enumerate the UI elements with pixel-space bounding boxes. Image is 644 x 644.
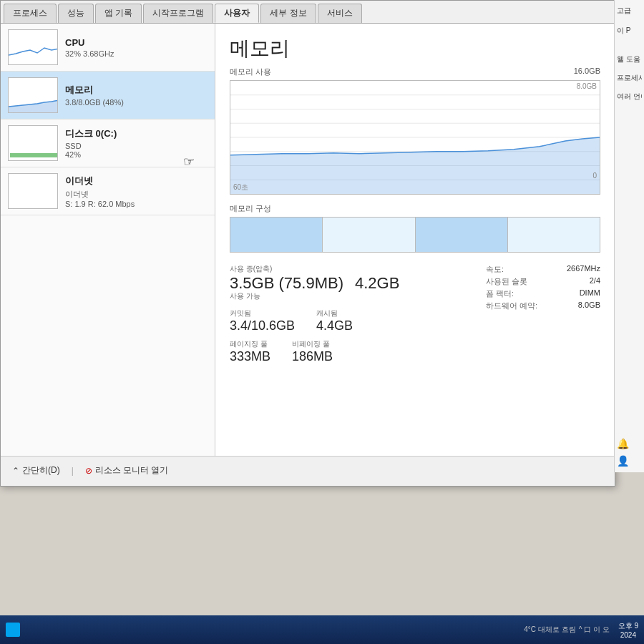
collapse-label: 간단히(D) bbox=[22, 464, 60, 477]
cpu-info: CPU 32% 3.68GHz bbox=[65, 37, 208, 58]
sidebar-item-ethernet[interactable]: 이더넷 이더넷 S: 1.9 R: 62.0 Mbps bbox=[1, 167, 215, 215]
memory-usage-svg bbox=[230, 81, 600, 194]
memory-title: 메모리 bbox=[65, 84, 208, 97]
ethernet-title: 이더넷 bbox=[65, 175, 208, 187]
ethernet-mini-chart bbox=[9, 174, 58, 209]
config-section-label: 메모리 구성 bbox=[230, 203, 600, 214]
committed-value: 3.4/10.6GB bbox=[230, 318, 295, 333]
tab-bar: 프로세스 성능 앱 기록 시작프로그램 사용자 세부 정보 서비스 bbox=[1, 1, 615, 24]
collapse-button[interactable]: ⌃ 간단히(D) bbox=[12, 464, 60, 477]
screen: 프로세스 성능 앱 기록 시작프로그램 사용자 세부 정보 서비스 bbox=[0, 0, 644, 644]
nonpaged-value: 186MB bbox=[292, 349, 333, 364]
committed-label: 커밋됨 bbox=[230, 308, 295, 318]
tab-services[interactable]: 서비스 bbox=[318, 4, 362, 23]
form-label: 폼 팩터: bbox=[486, 288, 514, 299]
memory-info: 메모리 3.8/8.0GB (48%) bbox=[65, 84, 208, 107]
disk-sub2: 42% bbox=[65, 150, 208, 159]
right-panel-item-4: 프로세서 bbox=[617, 73, 642, 83]
cpu-sub: 32% 3.68GHz bbox=[65, 49, 208, 58]
slots-value: 2/4 bbox=[590, 276, 600, 287]
in-use-stat: 사용 중(압축) 3.5GB (75.9MB) 4.2GB 사용 가능 bbox=[230, 264, 472, 301]
taskbar-right: 4°C 대체로 흐림 ^ 口 이 오 오후 9 2024 bbox=[524, 621, 638, 639]
max-value: 16.0GB bbox=[574, 67, 600, 77]
ethernet-sub1: 이더넷 bbox=[65, 189, 208, 200]
taskbar: 4°C 대체로 흐림 ^ 口 이 오 오후 9 2024 bbox=[0, 615, 644, 644]
speed-value: 2667MHz bbox=[567, 264, 600, 275]
sidebar-item-cpu[interactable]: CPU 32% 3.68GHz bbox=[1, 24, 215, 72]
right-panel-icons: 🔔 👤 bbox=[617, 424, 642, 467]
memory-config-section: 메모리 구성 bbox=[230, 203, 600, 253]
stop-icon: ⊘ bbox=[85, 466, 92, 476]
tab-process[interactable]: 프로세스 bbox=[4, 4, 57, 23]
in-use-value: 3.5GB (75.9MB) bbox=[230, 274, 343, 293]
disk-info: 디스크 0(C:) SSD 42% bbox=[65, 127, 208, 159]
ethernet-info: 이더넷 이더넷 S: 1.9 R: 62.0 Mbps bbox=[65, 175, 208, 208]
time-label: 60초 bbox=[233, 182, 248, 192]
mem-slot-4 bbox=[508, 218, 600, 252]
usage-label: 메모리 사용 bbox=[230, 67, 271, 77]
available-value: 4.2GB bbox=[355, 274, 399, 293]
taskbar-time: 오후 9 bbox=[618, 621, 638, 631]
speed-label: 속도: bbox=[486, 264, 504, 275]
cached-label: 캐시됨 bbox=[316, 308, 353, 318]
taskbar-date: 2024 bbox=[620, 631, 636, 639]
slots-label: 사용된 슬롯 bbox=[486, 276, 527, 287]
memory-mini-chart bbox=[9, 78, 58, 113]
tab-performance[interactable]: 성능 bbox=[58, 4, 94, 23]
mem-slot-2 bbox=[323, 218, 415, 252]
right-panel-item-2: 이 P bbox=[617, 26, 642, 36]
stats-right: 속도: 2667MHz 사용된 슬롯 2/4 폼 팩터: DIMM 하드웨어 bbox=[486, 264, 600, 364]
bottom-bar: ⌃ 간단히(D) | ⊘ 리소스 모니터 열기 bbox=[1, 456, 615, 484]
feedback-icon[interactable]: 👤 bbox=[617, 455, 642, 467]
main-content: CPU 32% 3.68GHz 메모 bbox=[1, 24, 615, 456]
committed-stat: 커밋됨 3.4/10.6GB 캐시됨 4.4GB bbox=[230, 308, 472, 333]
resource-monitor-label: 리소스 모니터 열기 bbox=[95, 464, 169, 477]
nonpaged-label: 비페이징 풀 bbox=[292, 339, 333, 349]
tab-startup[interactable]: 시작프로그램 bbox=[143, 4, 213, 23]
resource-monitor-button[interactable]: ⊘ 리소스 모니터 열기 bbox=[85, 464, 169, 477]
paged-stat: 페이지징 풀 333MB 비페이징 풀 186MB bbox=[230, 339, 472, 364]
usage-section-label: 메모리 사용 16.0GB bbox=[230, 67, 600, 77]
ethernet-thumbnail bbox=[8, 173, 58, 209]
config-label: 메모리 구성 bbox=[230, 203, 271, 214]
disk-thumbnail bbox=[8, 125, 58, 161]
mem-slot-3 bbox=[416, 218, 508, 252]
available-label: 사용 가능 bbox=[230, 291, 260, 301]
right-panel-item-3: 웰 도움 bbox=[617, 54, 642, 64]
memory-usage-graph: 8.0GB bbox=[230, 80, 600, 195]
right-panel-item-5: 여러 언어 bbox=[617, 92, 642, 102]
mem-slot-1 bbox=[230, 218, 323, 252]
stats-container: 사용 중(압축) 3.5GB (75.9MB) 4.2GB 사용 가능 bbox=[230, 264, 600, 364]
cached-value: 4.4GB bbox=[316, 318, 353, 333]
paged-block: 페이지징 풀 333MB bbox=[230, 339, 270, 364]
stats-left: 사용 중(압축) 3.5GB (75.9MB) 4.2GB 사용 가능 bbox=[230, 264, 472, 364]
sidebar: CPU 32% 3.68GHz 메모 bbox=[1, 24, 215, 456]
cpu-thumbnail bbox=[8, 29, 58, 65]
memory-detail-panel: 메모리 메모리 사용 16.0GB 8.0GB bbox=[215, 24, 615, 456]
nonpaged-block: 비페이징 풀 186MB bbox=[292, 339, 333, 364]
taskbar-icons: ^ 口 이 오 bbox=[579, 625, 610, 635]
memory-thumbnail bbox=[8, 77, 58, 113]
cpu-mini-chart bbox=[9, 30, 58, 65]
cpu-title: CPU bbox=[65, 37, 208, 48]
hardware-row: 하드웨어 예약: 8.0GB bbox=[486, 301, 600, 311]
form-value: DIMM bbox=[580, 288, 600, 299]
svg-rect-4 bbox=[9, 174, 58, 209]
sidebar-item-disk[interactable]: 디스크 0(C:) SSD 42% bbox=[1, 119, 215, 167]
cached-block: 캐시됨 4.4GB bbox=[316, 308, 353, 333]
speed-row: 속도: 2667MHz bbox=[486, 264, 600, 275]
separator: | bbox=[72, 466, 74, 476]
hardware-value: 8.0GB bbox=[578, 301, 600, 311]
start-button[interactable] bbox=[6, 623, 20, 637]
memory-sub: 3.8/8.0GB (48%) bbox=[65, 98, 208, 107]
tab-details[interactable]: 세부 정보 bbox=[260, 4, 316, 23]
form-row: 폼 팩터: DIMM bbox=[486, 288, 600, 299]
svg-rect-3 bbox=[10, 153, 57, 157]
tab-app-history[interactable]: 앱 기록 bbox=[95, 4, 142, 23]
disk-title: 디스크 0(C:) bbox=[65, 127, 208, 140]
paged-label: 페이지징 풀 bbox=[230, 339, 270, 349]
help-icon[interactable]: 🔔 bbox=[617, 438, 642, 449]
sidebar-item-memory[interactable]: 메모리 3.8/8.0GB (48%) bbox=[1, 72, 215, 119]
upper-value-label: 8.0GB bbox=[577, 82, 597, 90]
tab-users[interactable]: 사용자 bbox=[215, 4, 259, 23]
